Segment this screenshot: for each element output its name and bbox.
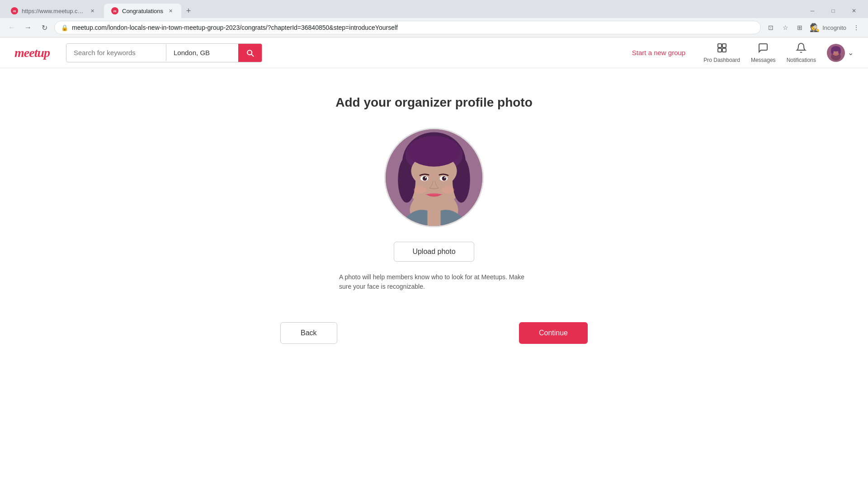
pro-dashboard-icon xyxy=(717,42,727,56)
search-container xyxy=(66,43,262,62)
tab1-close-button[interactable]: ✕ xyxy=(89,7,96,14)
address-bar[interactable]: 🔒 meetup.com/london-locals-new-in-town-m… xyxy=(54,21,761,34)
start-new-group-link[interactable]: Start a new group xyxy=(632,49,685,56)
maximize-button[interactable]: □ xyxy=(823,4,844,18)
svg-point-10 xyxy=(838,48,841,54)
incognito-label: Incognito xyxy=(822,24,846,31)
tab-bar: m https://www.meetup.com/how-t... ✕ m Co… xyxy=(0,0,868,18)
search-icon xyxy=(245,48,255,57)
action-row: Back Continue xyxy=(280,322,588,344)
new-tab-button[interactable]: + xyxy=(182,5,195,17)
tab2-title: Congratulations xyxy=(122,8,163,14)
svg-point-25 xyxy=(444,177,446,178)
avatar-area[interactable]: ⌄ xyxy=(827,44,854,62)
svg-rect-2 xyxy=(718,48,722,52)
menu-icon[interactable]: ⋮ xyxy=(850,21,863,34)
lock-icon: 🔒 xyxy=(61,24,68,31)
search-button[interactable] xyxy=(238,44,262,62)
profile-photo-image xyxy=(386,128,482,227)
location-input[interactable] xyxy=(166,44,238,61)
page-title: Add your organizer profile photo xyxy=(335,95,533,110)
tab1-title: https://www.meetup.com/how-t... xyxy=(22,8,85,14)
bookmark-icon[interactable]: ☆ xyxy=(779,21,792,34)
svg-point-24 xyxy=(425,177,426,178)
incognito-area: 🕵 Incognito xyxy=(808,23,848,33)
meetup-logo[interactable]: meetup xyxy=(14,46,50,60)
svg-rect-0 xyxy=(718,44,722,47)
tab-2[interactable]: m Congratulations ✕ xyxy=(104,4,181,18)
svg-point-23 xyxy=(442,176,447,181)
close-button[interactable]: ✕ xyxy=(844,4,864,18)
photo-hint-text: A photo will help members know who to lo… xyxy=(339,272,529,291)
tab-1[interactable]: m https://www.meetup.com/how-t... ✕ xyxy=(4,4,103,18)
meetup-navbar: meetup Start a new group Pro Dashboard xyxy=(0,38,868,68)
pro-dashboard-nav-item[interactable]: Pro Dashboard xyxy=(703,42,740,63)
tab2-close-button[interactable]: ✕ xyxy=(167,7,174,14)
svg-rect-1 xyxy=(722,44,726,47)
tab2-favicon: m xyxy=(111,7,118,14)
address-bar-row: ← → ↻ 🔒 meetup.com/london-locals-new-in-… xyxy=(0,18,868,37)
svg-rect-3 xyxy=(722,48,726,52)
browser-actions: ⊡ ☆ ⊞ 🕵 Incognito ⋮ xyxy=(764,21,863,34)
avatar xyxy=(827,44,845,62)
refresh-button[interactable]: ↻ xyxy=(38,21,51,34)
search-input[interactable] xyxy=(66,44,166,61)
svg-point-9 xyxy=(831,48,834,54)
pro-dashboard-label: Pro Dashboard xyxy=(703,57,740,63)
forward-nav-button[interactable]: → xyxy=(22,21,34,34)
messages-nav-item[interactable]: Messages xyxy=(751,42,776,63)
profile-photo xyxy=(384,128,484,227)
upload-photo-button[interactable]: Upload photo xyxy=(394,242,474,262)
continue-button[interactable]: Continue xyxy=(519,322,588,344)
avatar-image xyxy=(827,44,845,62)
nav-icons: Pro Dashboard Messages Notifications xyxy=(703,42,854,63)
notifications-nav-item[interactable]: Notifications xyxy=(787,42,816,63)
tab1-favicon: m xyxy=(11,7,18,14)
minimize-button[interactable]: ─ xyxy=(802,4,823,18)
window-controls: ─ □ ✕ xyxy=(802,4,864,18)
notifications-label: Notifications xyxy=(787,57,816,63)
notifications-icon xyxy=(796,42,807,56)
svg-point-28 xyxy=(408,136,461,167)
browser-chrome: m https://www.meetup.com/how-t... ✕ m Co… xyxy=(0,0,868,38)
back-nav-button[interactable]: ← xyxy=(5,21,18,34)
svg-point-22 xyxy=(423,176,427,181)
cast-icon[interactable]: ⊡ xyxy=(764,21,777,34)
url-text: meetup.com/london-locals-new-in-town-mee… xyxy=(72,24,754,31)
back-button[interactable]: Back xyxy=(280,322,337,344)
svg-point-27 xyxy=(442,186,454,193)
messages-icon xyxy=(758,42,769,56)
messages-label: Messages xyxy=(751,57,776,63)
svg-point-26 xyxy=(414,186,426,193)
main-content: Add your organizer profile photo xyxy=(0,68,868,480)
extension-icon[interactable]: ⊞ xyxy=(793,21,806,34)
avatar-chevron-icon: ⌄ xyxy=(848,48,854,57)
